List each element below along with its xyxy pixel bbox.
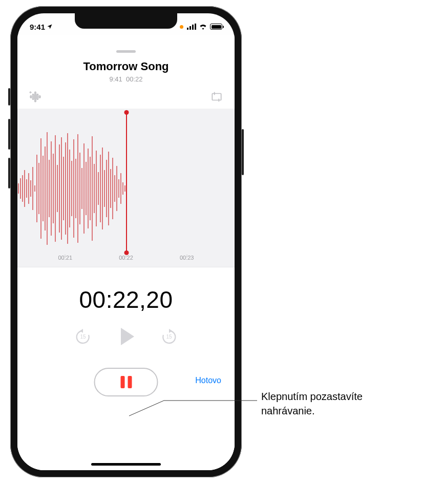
svg-rect-2	[192, 25, 194, 30]
svg-rect-1	[190, 26, 191, 30]
volume-up-button	[8, 119, 10, 150]
recording-sheet: Tomorrow Song 9:41 00:22	[17, 45, 235, 470]
svg-rect-8	[39, 96, 40, 98]
pause-record-button[interactable]	[94, 368, 158, 396]
svg-rect-6	[37, 94, 38, 100]
transport-controls: 15 15	[17, 328, 235, 345]
svg-rect-10	[212, 94, 221, 100]
svg-rect-7	[30, 96, 31, 98]
time-ruler: 00:21 00:22 00:23	[17, 255, 235, 267]
skip-back-15-button[interactable]: 15	[75, 328, 91, 345]
svg-rect-4	[35, 92, 36, 102]
svg-text:15: 15	[166, 334, 172, 340]
tick-label: 00:21	[58, 255, 73, 261]
trim-icon[interactable]	[210, 90, 223, 103]
play-icon	[121, 328, 134, 345]
svg-text:15: 15	[80, 334, 86, 340]
notch	[75, 13, 177, 29]
svg-point-9	[30, 92, 31, 93]
svg-rect-0	[187, 28, 188, 30]
sheet-grabber[interactable]	[116, 50, 136, 53]
screen: 9:41 Tomorrow Song 9:41 00:22	[17, 13, 235, 470]
tick-label: 00:23	[180, 255, 194, 261]
play-button[interactable]	[118, 328, 134, 345]
battery-icon	[210, 24, 222, 30]
pause-icon	[120, 376, 132, 388]
mute-switch	[8, 88, 10, 106]
skip-forward-15-button[interactable]: 15	[161, 328, 177, 345]
callout-text: Klepnutím pozastavíte nahrávanie.	[261, 389, 415, 418]
svg-rect-3	[195, 24, 196, 30]
tick-label: 00:22	[119, 255, 133, 261]
waveform[interactable]: 00:21 00:22 00:23	[17, 109, 235, 267]
recording-meta: 9:41 00:22	[17, 75, 235, 83]
svg-rect-5	[33, 94, 34, 100]
waveform-graph	[17, 124, 126, 253]
recording-title: Tomorrow Song	[17, 60, 235, 73]
playhead[interactable]	[126, 113, 127, 253]
location-arrow-icon	[47, 24, 53, 30]
status-time: 9:41	[30, 23, 45, 31]
cellular-icon	[187, 24, 196, 30]
elapsed-time: 00:22,20	[17, 286, 235, 313]
done-button[interactable]: Hotovo	[195, 376, 221, 385]
app-content: Tomorrow Song 9:41 00:22	[17, 35, 235, 470]
recording-indicator-dot	[180, 25, 183, 29]
power-button	[242, 129, 244, 175]
wifi-icon	[199, 24, 207, 30]
phone-frame: 9:41 Tomorrow Song 9:41 00:22	[10, 6, 242, 477]
enhance-icon[interactable]	[29, 90, 42, 103]
home-indicator[interactable]	[91, 463, 161, 466]
volume-down-button	[8, 158, 10, 188]
